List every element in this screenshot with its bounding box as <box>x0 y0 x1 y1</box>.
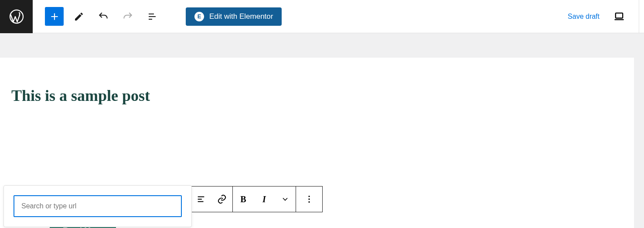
toolbar-right-group: Save draft <box>568 0 644 33</box>
svg-point-12 <box>308 198 310 200</box>
bold-button[interactable]: B <box>233 187 254 212</box>
format-group: B I <box>232 186 296 212</box>
undo-icon[interactable] <box>94 7 112 26</box>
post-title[interactable]: This is a sample post <box>0 58 634 105</box>
edit-with-elementor-button[interactable]: E Edit with Elementor <box>186 7 282 26</box>
edit-icon[interactable] <box>70 7 88 26</box>
wordpress-logo[interactable] <box>0 0 33 33</box>
save-draft-link[interactable]: Save draft <box>568 13 600 21</box>
more-group <box>296 186 323 212</box>
link-url-input[interactable] <box>14 195 182 217</box>
svg-rect-1 <box>616 13 623 18</box>
toolbar-left-group: E Edit with Elementor <box>33 7 282 26</box>
chevron-down-icon[interactable] <box>275 187 296 212</box>
svg-point-13 <box>308 201 310 203</box>
redo-icon[interactable] <box>119 7 137 26</box>
divider <box>639 0 641 33</box>
details-icon[interactable] <box>143 7 161 26</box>
text-align-icon[interactable] <box>191 187 211 212</box>
link-icon[interactable] <box>211 187 232 212</box>
text-tools-group <box>190 186 233 212</box>
link-popover <box>3 185 192 227</box>
preview-icon[interactable] <box>610 7 628 26</box>
top-toolbar: E Edit with Elementor Save draft <box>0 0 644 33</box>
italic-button[interactable]: I <box>254 187 275 212</box>
more-options-icon[interactable] <box>296 187 322 212</box>
svg-point-11 <box>308 196 310 197</box>
add-block-button[interactable] <box>45 7 64 26</box>
elementor-icon: E <box>194 12 204 21</box>
editor-background: This is a sample post te <box>0 33 644 228</box>
elementor-label: Edit with Elementor <box>209 12 273 21</box>
